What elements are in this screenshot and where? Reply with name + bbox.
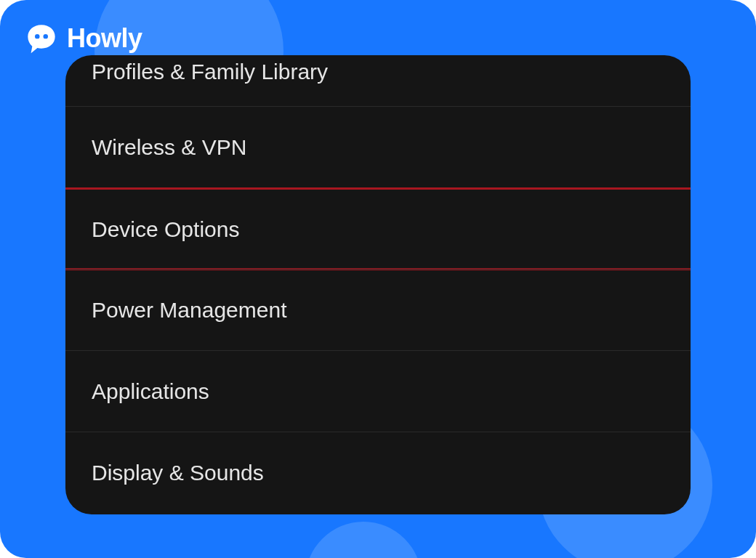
- owl-icon: [25, 22, 58, 55]
- settings-panel: Profiles & Family Library Wireless & VPN…: [65, 55, 691, 514]
- settings-item-label: Display & Sounds: [92, 461, 264, 485]
- svg-point-1: [44, 34, 48, 39]
- settings-item-label: Power Management: [92, 298, 286, 323]
- stage: Howly Profiles & Family Library Wireless…: [0, 0, 756, 558]
- settings-item-label: Wireless & VPN: [92, 135, 246, 160]
- settings-item-power-management[interactable]: Power Management: [65, 269, 691, 350]
- settings-item-display-sounds[interactable]: Display & Sounds: [65, 432, 691, 490]
- settings-item-label: Applications: [92, 379, 209, 404]
- brand-name: Howly: [67, 25, 142, 52]
- settings-list: Profiles & Family Library Wireless & VPN…: [65, 55, 691, 514]
- background-blob: [305, 522, 422, 558]
- settings-item-applications[interactable]: Applications: [65, 350, 691, 432]
- brand-logo: Howly: [25, 22, 142, 55]
- settings-item-label: Profiles & Family Library: [92, 60, 328, 84]
- svg-point-0: [35, 34, 39, 39]
- settings-item-label: Device Options: [92, 217, 239, 242]
- settings-item-device-options[interactable]: Device Options: [65, 187, 691, 269]
- settings-item-wireless-vpn[interactable]: Wireless & VPN: [65, 106, 691, 187]
- settings-item-profiles-family-library[interactable]: Profiles & Family Library: [65, 55, 691, 106]
